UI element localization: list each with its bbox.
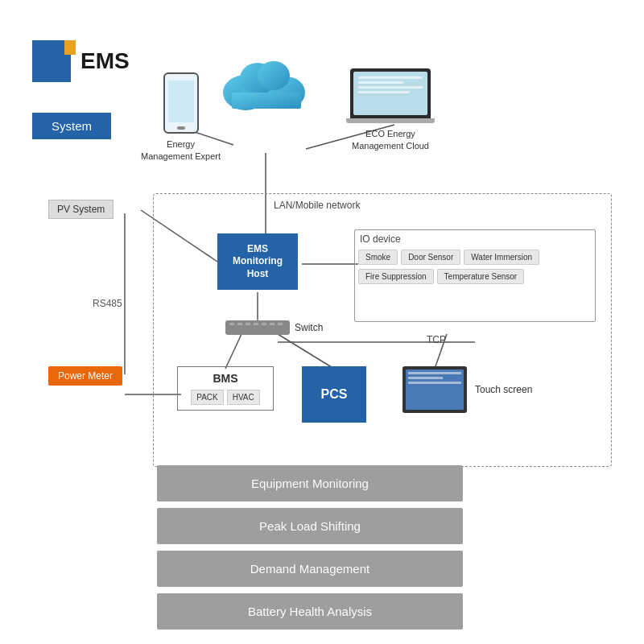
phone-label: EnergyManagement Expert — [141, 138, 221, 163]
phone-icon-container: EnergyManagement Expert — [141, 72, 221, 163]
pv-system: PV System — [48, 200, 114, 219]
switch-icon — [225, 320, 290, 335]
io-device-title: IO device — [358, 233, 592, 245]
feature-battery-health-analysis: Battery Health Analysis — [157, 593, 463, 630]
rs485-label: RS485 — [93, 298, 122, 309]
io-device-box: IO device Smoke Door Sensor Water Immers… — [354, 229, 596, 322]
io-tag-fire-suppression: Fire Suppression — [358, 269, 434, 284]
svg-rect-17 — [232, 93, 301, 109]
bms-sub-tags: PACK HVAC — [183, 390, 268, 405]
tcp-label: TCP — [427, 334, 446, 345]
ems-logo — [32, 40, 71, 82]
svg-point-16 — [258, 61, 290, 90]
touchscreen-container: Touch screen — [402, 366, 532, 413]
io-tags-row-1: Smoke Door Sensor Water Immersion — [358, 250, 592, 265]
io-tag-temperature-sensor: Temperature Sensor — [437, 269, 525, 284]
feature-list: Equipment Monitoring Peak Load Shifting … — [157, 465, 463, 636]
switch-container: Switch — [225, 320, 323, 335]
laptop-icon-container: ECO EnergyManagement Cloud — [350, 68, 431, 153]
bms-tag-pack: PACK — [191, 390, 224, 405]
power-meter: Power Meter — [48, 366, 122, 386]
touchscreen-icon — [402, 366, 467, 413]
ems-monitoring-host: EMSMonitoringHost — [217, 233, 298, 290]
header: EMS — [32, 40, 130, 82]
system-button[interactable]: System — [32, 113, 111, 139]
bms-tag-hvac: HVAC — [227, 390, 260, 405]
io-tag-smoke: Smoke — [358, 250, 398, 265]
io-tag-door-sensor: Door Sensor — [401, 250, 460, 265]
feature-equipment-monitoring: Equipment Monitoring — [157, 465, 463, 502]
touchscreen-label: Touch screen — [475, 384, 532, 395]
io-tag-water-immersion: Water Immersion — [464, 250, 539, 265]
feature-peak-load-shifting: Peak Load Shifting — [157, 508, 463, 544]
lan-label: LAN/Mobile network — [274, 200, 360, 211]
cloud-icon — [217, 48, 314, 113]
pcs-box: PCS — [302, 366, 366, 423]
feature-demand-management: Demand Management — [157, 551, 463, 587]
laptop-label: ECO EnergyManagement Cloud — [352, 128, 429, 153]
io-tags-row-2: Fire Suppression Temperature Sensor — [358, 269, 592, 284]
laptop-icon — [350, 68, 431, 123]
bms-title: BMS — [183, 372, 268, 385]
bms-box: BMS PACK HVAC — [177, 366, 274, 411]
phone-icon — [163, 72, 199, 134]
ems-title: EMS — [80, 48, 130, 74]
switch-label: Switch — [295, 322, 323, 333]
